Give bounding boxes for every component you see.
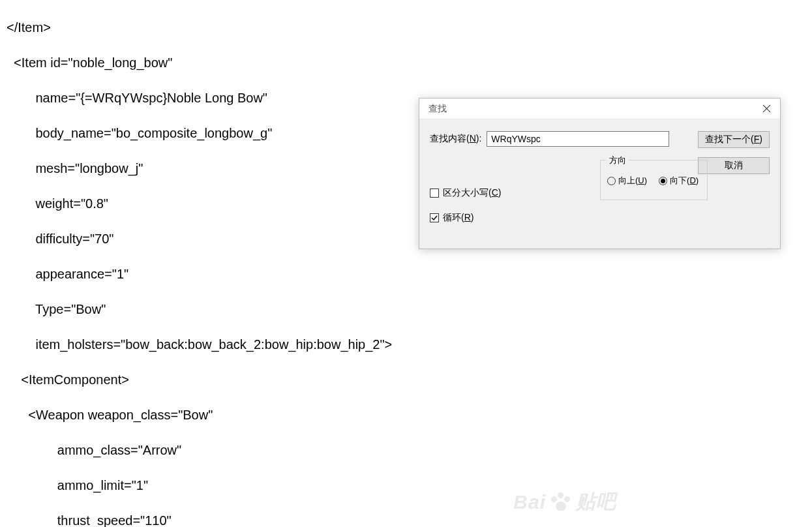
code-line: <Item id="noble_long_bow" [7,54,805,72]
cancel-button[interactable]: 取消 [698,157,770,174]
code-text-area[interactable]: </Item> <Item id="noble_long_bow" name="… [0,0,812,527]
close-icon [763,104,770,114]
code-line: <ItemComponent> [7,371,805,389]
find-dialog-titlebar[interactable]: 查找 [419,98,780,119]
find-dialog-title: 查找 [429,103,447,115]
radio-icon [659,177,667,185]
code-line: </Item> [7,19,805,37]
direction-up-radio[interactable]: 向上(U) [607,175,647,187]
loop-checkbox[interactable]: 循环(R) [430,212,501,224]
code-line: thrust_speed="110" [7,512,805,527]
code-line: item_holsters="bow_back:bow_back_2:bow_h… [7,336,805,354]
direction-group: 方向 向上(U) 向下(D) [600,160,708,200]
code-line: ammo_limit="1" [7,477,805,494]
find-input[interactable] [487,131,669,147]
code-line: ammo_class="Arrow" [7,442,805,459]
code-line: appearance="1" [7,265,805,283]
check-icon [431,215,438,221]
close-button[interactable] [753,98,780,119]
code-line: <Weapon weapon_class="Bow" [7,406,805,424]
find-content-label: 查找内容(N): [430,133,481,145]
radio-icon [607,177,616,185]
find-next-button[interactable]: 查找下一个(F) [698,131,770,148]
direction-down-radio[interactable]: 向下(D) [659,175,699,187]
find-dialog: 查找 查找内容(N): 查找下一个(F) 取消 方向 向上(U) [419,98,781,249]
checkbox-icon [430,213,439,222]
code-line: Type="Bow" [7,301,805,318]
checkbox-icon [430,188,439,198]
match-case-checkbox[interactable]: 区分大小写(C) [430,187,501,199]
direction-legend: 方向 [607,155,629,166]
